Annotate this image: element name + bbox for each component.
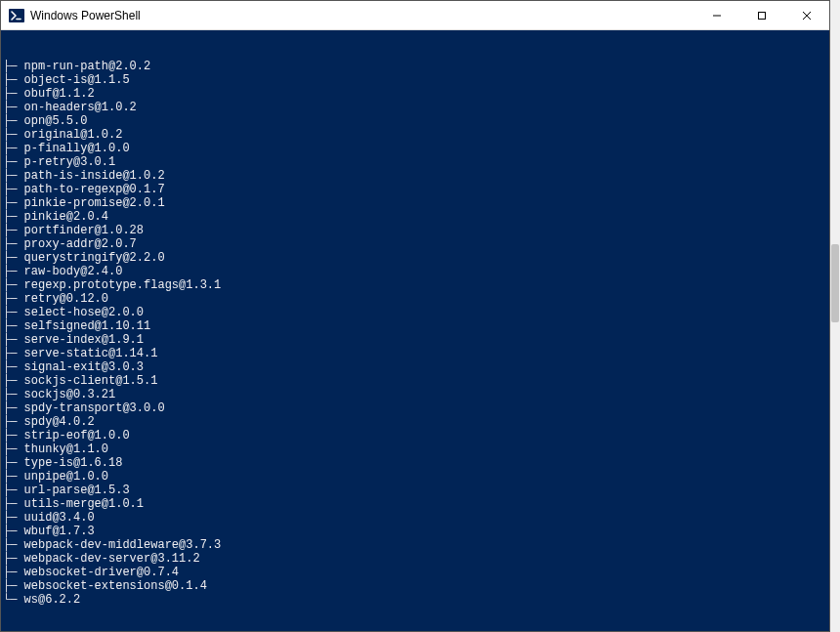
svg-rect-3 xyxy=(759,12,766,19)
package-line: ├─ selfsigned@1.10.11 xyxy=(3,319,829,333)
package-line: ├─ pinkie-promise@2.0.1 xyxy=(3,196,829,210)
package-line: └─ ws@6.2.2 xyxy=(3,593,829,607)
minimize-button[interactable] xyxy=(694,1,739,30)
titlebar[interactable]: Windows PowerShell xyxy=(1,1,829,30)
package-line: ├─ websocket-extensions@0.1.4 xyxy=(3,579,829,593)
window-title: Windows PowerShell xyxy=(30,9,141,22)
package-line: ├─ p-retry@3.0.1 xyxy=(3,155,829,169)
package-line: ├─ spdy-transport@3.0.0 xyxy=(3,401,829,415)
package-line: ├─ signal-exit@3.0.3 xyxy=(3,360,829,374)
package-line: ├─ original@1.0.2 xyxy=(3,128,829,142)
package-line: ├─ npm-run-path@2.0.2 xyxy=(3,60,829,73)
package-line: ├─ type-is@1.6.18 xyxy=(3,456,829,470)
package-line: ├─ serve-index@1.9.1 xyxy=(3,333,829,347)
package-line: ├─ obuf@1.1.2 xyxy=(3,87,829,101)
package-line: ├─ opn@5.5.0 xyxy=(3,114,829,128)
package-line: ├─ retry@0.12.0 xyxy=(3,292,829,306)
package-line: ├─ portfinder@1.0.28 xyxy=(3,224,829,237)
package-line: ├─ proxy-addr@2.0.7 xyxy=(3,237,829,251)
close-button[interactable] xyxy=(784,1,829,30)
package-line: ├─ uuid@3.4.0 xyxy=(3,511,829,525)
package-line: ├─ p-finally@1.0.0 xyxy=(3,142,829,155)
package-line: ├─ regexp.prototype.flags@1.3.1 xyxy=(3,278,829,292)
package-line: ├─ webpack-dev-server@3.11.2 xyxy=(3,552,829,566)
package-line: ├─ spdy@4.0.2 xyxy=(3,415,829,429)
package-line: ├─ on-headers@1.0.2 xyxy=(3,101,829,114)
package-line: ├─ sockjs-client@1.5.1 xyxy=(3,374,829,388)
powershell-window: Windows PowerShell ├─ npm-run-path@2.0.2… xyxy=(0,0,830,632)
scrollbar-thumb[interactable] xyxy=(831,244,839,322)
maximize-button[interactable] xyxy=(739,1,784,30)
package-line: ├─ websocket-driver@0.7.4 xyxy=(3,566,829,579)
package-line: ├─ raw-body@2.4.0 xyxy=(3,265,829,278)
package-line: ├─ wbuf@1.7.3 xyxy=(3,525,829,538)
powershell-icon xyxy=(9,8,24,23)
package-line: ├─ unpipe@1.0.0 xyxy=(3,470,829,484)
package-line: ├─ sockjs@0.3.21 xyxy=(3,388,829,401)
terminal-output[interactable]: ├─ npm-run-path@2.0.2├─ object-is@1.1.5├… xyxy=(1,30,829,631)
package-line: ├─ strip-eof@1.0.0 xyxy=(3,429,829,442)
package-line: ├─ url-parse@1.5.3 xyxy=(3,484,829,497)
package-line: ├─ select-hose@2.0.0 xyxy=(3,306,829,319)
package-line: ├─ webpack-dev-middleware@3.7.3 xyxy=(3,538,829,552)
package-list: ├─ npm-run-path@2.0.2├─ object-is@1.1.5├… xyxy=(3,60,829,607)
package-line: ├─ thunky@1.1.0 xyxy=(3,442,829,456)
outer-scrollbar[interactable] xyxy=(830,0,840,632)
svg-rect-0 xyxy=(9,9,24,22)
package-line: ├─ utils-merge@1.0.1 xyxy=(3,497,829,511)
package-line: ├─ path-to-regexp@0.1.7 xyxy=(3,183,829,196)
package-line: ├─ pinkie@2.0.4 xyxy=(3,210,829,224)
package-line: ├─ querystringify@2.2.0 xyxy=(3,251,829,265)
package-line: ├─ serve-static@1.14.1 xyxy=(3,347,829,360)
package-line: ├─ object-is@1.1.5 xyxy=(3,73,829,87)
package-line: ├─ path-is-inside@1.0.2 xyxy=(3,169,829,183)
